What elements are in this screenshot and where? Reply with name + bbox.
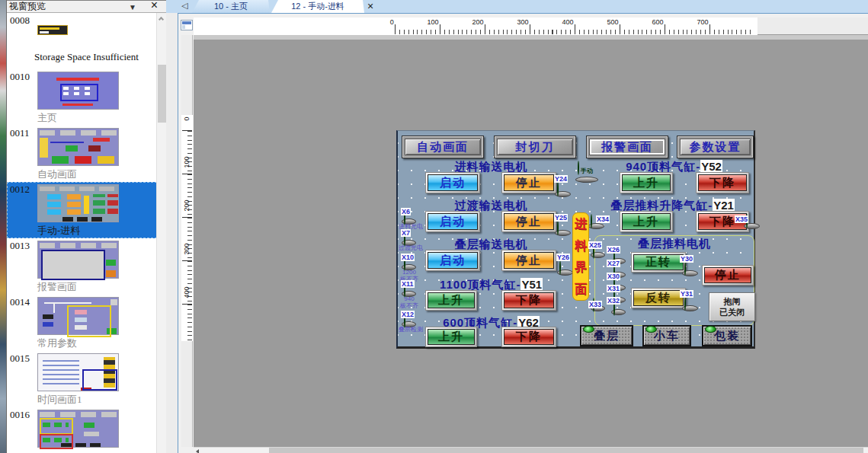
pusher-motor-title: 叠层推料电机 (602, 237, 747, 250)
window-preview-panel: 视窗预览 ▼ × 0008 Storage Space Insufficient… (6, 0, 166, 453)
sensor-lamp-x11: X11 (404, 284, 414, 294)
btn-auto-screen[interactable]: 自动画面 (402, 136, 484, 158)
screen-item-0010[interactable]: 0010 主页 (7, 69, 157, 126)
sensor-label: 板不齐 (394, 302, 424, 309)
screen-number: 0012 (10, 183, 30, 196)
horizontal-ruler: 0 100 200 300 400 500 600 700 (194, 18, 868, 35)
indicator-lamp-y30: Y30 (684, 262, 696, 273)
pusher-lift-up-button[interactable]: 上升 (620, 211, 673, 232)
screen-number: 0013 (10, 240, 30, 252)
screen-caption: 自动画面 (37, 167, 77, 181)
feed-motor-title: 进料输送电机 (421, 160, 562, 173)
cylinder-1100-title: 1100顶料气缸-Y51 (421, 278, 562, 291)
screen-item-0014[interactable]: 0014 常用参数 (7, 295, 157, 351)
scrollbar-thumb[interactable] (269, 448, 863, 453)
sensor-lamp-x35: X35 (746, 215, 757, 226)
screen-number: 0014 (10, 296, 30, 308)
screen-thumbnail-0012[interactable] (37, 184, 119, 222)
btn-seal-knife[interactable]: 封切刀 (494, 136, 576, 158)
tab-scroll-left-icon[interactable]: ◁ (181, 1, 187, 11)
screen-thumbnail-0013[interactable] (37, 241, 119, 279)
ruler-origin-icon (181, 20, 193, 30)
vertical-ruler: 0 100 200 300 400 (181, 35, 193, 447)
transition-motor-title: 过渡输送电机 (421, 199, 562, 212)
cylinder-600-down-button[interactable]: 下降 (501, 327, 556, 347)
stack-motor-title: 叠层输送电机 (421, 238, 562, 250)
sensor-lamp-x34: X34 (591, 215, 602, 226)
close-panel-icon[interactable]: × (151, 0, 158, 11)
indicator-lamp-y24: Y24 (557, 183, 569, 194)
screen-caption: 常用参数 (37, 337, 77, 350)
hmi-screen-canvas[interactable]: 自动画面 封切刀 报警画面 参数设置 进料输送电机 启动 停止 Y24 (396, 130, 755, 349)
sensor-label: 叠层检测 (396, 326, 426, 333)
desktop-background (0, 0, 6, 453)
sidebar-scrollbar[interactable] (156, 13, 166, 453)
scrollbar-thumb[interactable] (158, 65, 166, 123)
sensor-lamp-x6: X6 (404, 212, 414, 222)
cylinder-600-up-button[interactable]: 上升 (425, 327, 477, 347)
feed-interface-vertical-label: 进 料 界 面 (572, 212, 589, 301)
brake-status-button[interactable]: 抱闸 已关闭 (709, 292, 755, 321)
pusher-reverse-button[interactable]: 反转 (631, 288, 686, 308)
sensor-label: 940 (394, 295, 424, 302)
screen-caption: 手动-进料 (37, 224, 80, 238)
btn-stack-page[interactable]: 叠层 (580, 325, 633, 346)
transition-motor-stop-button[interactable]: 停止 (501, 211, 556, 232)
page-margin (194, 35, 868, 40)
indicator-lamp-y26: Y26 (559, 261, 571, 273)
document-tab-bar: ◁ 10 - 主页 12 - 手动-进料 × (166, 0, 868, 13)
indicator-lamp-y25: Y25 (557, 222, 569, 233)
screen-caption: 报警画面 (37, 280, 77, 294)
sensor-lamp-x12: X12 (404, 314, 414, 324)
btn-packing-page[interactable]: 包装 (702, 325, 752, 346)
screen-item-0016[interactable]: 0016 (7, 407, 157, 453)
sensor-lamp-x10: X10 (404, 257, 414, 267)
screen-thumbnail-0014[interactable] (37, 297, 119, 335)
close-tab-icon[interactable]: × (367, 0, 373, 12)
cylinder-940-up-button[interactable]: 上升 (620, 172, 673, 193)
dropdown-arrow-icon[interactable]: ▼ (129, 2, 136, 13)
sensor-lamp-x25: X25 (593, 245, 603, 255)
pusher-stop-button[interactable]: 停止 (702, 265, 754, 286)
feed-motor-stop-button[interactable]: 停止 (501, 172, 556, 193)
screen-caption: Storage Space Insufficient (34, 51, 139, 63)
stack-motor-stop-button[interactable]: 停止 (501, 250, 556, 271)
tab-manual-feed-screen[interactable]: 12 - 手动-进料 (271, 0, 364, 13)
screen-thumbnail-0010[interactable] (37, 72, 119, 110)
cylinder-1100-down-button[interactable]: 下降 (501, 290, 556, 311)
tab-label: 12 - 手动-进料 (291, 1, 344, 12)
sensor-label: 过渡光电 (396, 244, 426, 251)
pusher-forward-button[interactable]: 正转 (631, 252, 686, 273)
tab-home-screen[interactable]: 10 - 主页 (192, 0, 270, 13)
horizontal-scrollbar[interactable] (194, 447, 868, 453)
scroll-up-icon[interactable] (157, 13, 167, 24)
feed-motor-start-button[interactable]: 启动 (425, 172, 480, 193)
btn-param-settings[interactable]: 参数设置 (677, 136, 754, 158)
cylinder-940-down-button[interactable]: 下降 (696, 172, 749, 193)
screen-thumbnail-0011[interactable] (37, 128, 119, 166)
editor-area: 0 100 200 300 400 500 600 700 0 100 200 … (178, 13, 868, 453)
indicator-lamp-y31: Y31 (684, 297, 696, 308)
sensor-lamp-x32: X32 (613, 302, 623, 312)
screen-number: 0010 (10, 71, 30, 83)
screen-number: 0015 (10, 353, 30, 365)
btn-cart-page[interactable]: 小车 (642, 325, 691, 346)
cylinder-1100-up-button[interactable]: 上升 (425, 290, 477, 311)
screen-item-0008[interactable]: 0008 Storage Space Insufficient (7, 13, 157, 69)
cylinder-940-title: 940顶料气缸-Y52 (604, 160, 745, 173)
screen-number: 0011 (10, 127, 30, 139)
scroll-left-icon[interactable] (196, 449, 199, 453)
preview-panel-header: 视窗预览 ▼ × (7, 0, 167, 13)
screen-item-0015[interactable]: 0015 时间画面1 (7, 351, 157, 407)
screen-item-0013[interactable]: 0013 报警画面 (7, 238, 157, 295)
screen-item-0012-selected[interactable]: 0012 手动-进料 (7, 182, 157, 238)
sensor-lamp-x7: X7 (404, 233, 414, 243)
screen-thumbnail-0008[interactable] (37, 25, 68, 35)
stack-motor-start-button[interactable]: 启动 (425, 250, 480, 271)
btn-alarm-screen[interactable]: 报警画面 (586, 136, 668, 158)
screen-thumbnail-0015[interactable] (37, 353, 119, 391)
screen-thumbnail-0016[interactable] (37, 410, 119, 448)
sensor-lamp-x33: X33 (593, 298, 603, 308)
transition-motor-start-button[interactable]: 启动 (425, 211, 480, 232)
screen-item-0011[interactable]: 0011 自动画面 (7, 126, 157, 182)
